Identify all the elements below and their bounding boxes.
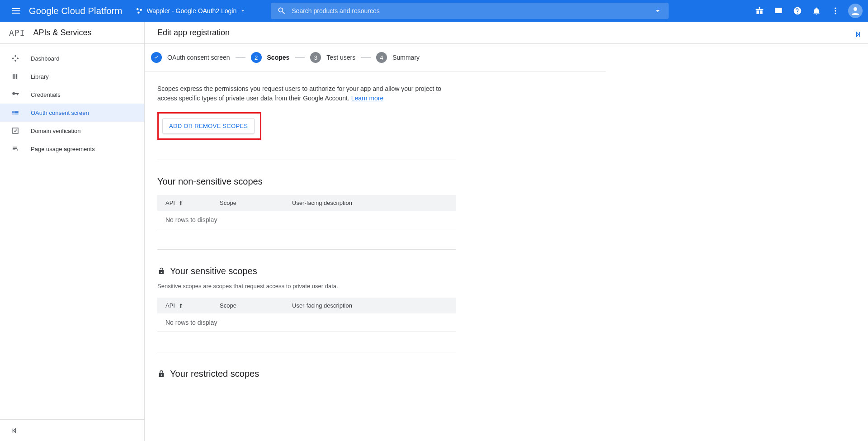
lock-open-icon bbox=[157, 267, 165, 275]
step-test-users[interactable]: 3 Test users bbox=[310, 52, 355, 63]
step-label: Test users bbox=[326, 54, 355, 61]
chevron-right-collapse-icon bbox=[853, 30, 862, 39]
sidebar-item-label: Library bbox=[31, 73, 49, 80]
step-label: OAuth consent screen bbox=[167, 54, 230, 61]
section-title: Your non-sensitive scopes bbox=[157, 176, 456, 187]
svg-point-4 bbox=[835, 10, 836, 11]
table-empty-row: No rows to display bbox=[157, 211, 456, 229]
project-name: Wappler - Google OAuth2 Login bbox=[147, 7, 237, 14]
info-drawer-toggle[interactable] bbox=[850, 27, 864, 43]
agreement-icon bbox=[11, 144, 20, 153]
gcp-logo[interactable]: Google Cloud Platform bbox=[29, 6, 123, 16]
cloud-shell-icon[interactable] bbox=[769, 2, 788, 20]
step-badge: 4 bbox=[376, 52, 387, 63]
library-icon bbox=[11, 72, 20, 81]
help-icon[interactable] bbox=[788, 2, 807, 20]
topbar-actions bbox=[750, 2, 863, 20]
col-desc[interactable]: User-facing description bbox=[292, 302, 448, 309]
check-icon bbox=[151, 52, 162, 63]
sidebar-collapse[interactable] bbox=[0, 419, 144, 441]
sidebar-item-domain-verification[interactable]: Domain verification bbox=[0, 122, 144, 140]
svg-point-6 bbox=[854, 7, 857, 11]
sidebar-item-label: Credentials bbox=[31, 91, 61, 98]
add-remove-scopes-button[interactable]: ADD OR REMOVE SCOPES bbox=[162, 118, 255, 134]
sidebar: API APIs & Services Dashboard Library Cr… bbox=[0, 22, 145, 441]
step-divider bbox=[295, 57, 305, 58]
chevron-left-icon bbox=[11, 427, 19, 435]
verified-icon bbox=[11, 126, 20, 135]
col-scope[interactable]: Scope bbox=[220, 199, 292, 206]
svg-point-0 bbox=[137, 8, 139, 10]
menu-icon[interactable] bbox=[5, 0, 27, 22]
consent-icon bbox=[11, 108, 20, 117]
search-box[interactable] bbox=[271, 3, 669, 19]
svg-point-3 bbox=[835, 8, 836, 9]
sidebar-item-label: OAuth consent screen bbox=[31, 109, 89, 116]
project-picker[interactable]: Wappler - Google OAuth2 Login bbox=[135, 0, 246, 22]
search-wrapper bbox=[271, 3, 669, 19]
step-divider bbox=[236, 57, 245, 58]
stepper: OAuth consent screen 2 Scopes 3 Test use… bbox=[145, 44, 606, 71]
sort-up-icon bbox=[178, 303, 184, 309]
sidebar-title: APIs & Services bbox=[33, 28, 92, 38]
step-label: Summary bbox=[392, 54, 420, 61]
notifications-icon[interactable] bbox=[807, 2, 826, 20]
sidebar-item-library[interactable]: Library bbox=[0, 67, 144, 85]
chevron-down-icon[interactable] bbox=[653, 6, 662, 15]
highlight-annotation: ADD OR REMOVE SCOPES bbox=[157, 112, 261, 140]
col-desc[interactable]: User-facing description bbox=[292, 199, 448, 206]
sidebar-item-oauth-consent[interactable]: OAuth consent screen bbox=[0, 104, 144, 122]
lock-icon bbox=[157, 370, 165, 378]
sidebar-item-label: Page usage agreements bbox=[31, 146, 95, 152]
gift-icon[interactable] bbox=[750, 2, 769, 20]
col-scope[interactable]: Scope bbox=[220, 302, 292, 309]
step-summary[interactable]: 4 Summary bbox=[376, 52, 420, 63]
search-icon bbox=[277, 6, 286, 15]
more-icon[interactable] bbox=[826, 2, 844, 20]
main-header: Edit app registration bbox=[145, 22, 868, 44]
chevron-down-icon bbox=[240, 8, 245, 14]
learn-more-link[interactable]: Learn more bbox=[351, 95, 384, 102]
table-empty-row: No rows to display bbox=[157, 313, 456, 332]
section-title: Your sensitive scopes bbox=[157, 266, 456, 276]
sidebar-item-label: Dashboard bbox=[31, 55, 60, 62]
step-badge: 2 bbox=[251, 52, 262, 63]
svg-point-2 bbox=[137, 12, 140, 14]
dashboard-icon bbox=[11, 54, 20, 63]
sidebar-item-page-usage[interactable]: Page usage agreements bbox=[0, 140, 144, 158]
sidebar-item-dashboard[interactable]: Dashboard bbox=[0, 49, 144, 67]
api-badge: API bbox=[9, 28, 25, 38]
account-avatar[interactable] bbox=[848, 4, 863, 18]
main-scroll[interactable]: OAuth consent screen 2 Scopes 3 Test use… bbox=[145, 44, 868, 441]
main-panel: Edit app registration OAuth consent scre… bbox=[145, 22, 868, 441]
sort-up-icon bbox=[178, 200, 184, 206]
step-divider bbox=[361, 57, 371, 58]
step-badge: 3 bbox=[310, 52, 321, 63]
page-title: Edit app registration bbox=[157, 28, 230, 38]
svg-point-5 bbox=[835, 13, 836, 14]
col-api[interactable]: API bbox=[165, 302, 220, 309]
step-label: Scopes bbox=[267, 54, 290, 61]
col-api[interactable]: API bbox=[165, 199, 220, 206]
non-sensitive-table: API Scope User-facing description No row… bbox=[157, 195, 456, 229]
key-icon bbox=[11, 90, 20, 99]
section-title: Your restricted scopes bbox=[157, 369, 456, 379]
sensitive-table: API Scope User-facing description No row… bbox=[157, 298, 456, 332]
search-input[interactable] bbox=[292, 7, 653, 14]
sidebar-item-credentials[interactable]: Credentials bbox=[0, 85, 144, 104]
step-scopes[interactable]: 2 Scopes bbox=[251, 52, 290, 63]
restricted-section: Your restricted scopes bbox=[157, 352, 456, 379]
scopes-intro: Scopes express the permissions you reque… bbox=[157, 84, 447, 103]
table-header: API Scope User-facing description bbox=[157, 298, 456, 313]
step-oauth-consent[interactable]: OAuth consent screen bbox=[151, 52, 230, 63]
table-header: API Scope User-facing description bbox=[157, 195, 456, 211]
section-subtext: Sensitive scopes are scopes that request… bbox=[157, 283, 456, 289]
sidebar-header: API APIs & Services bbox=[0, 22, 144, 44]
non-sensitive-section: Your non-sensitive scopes API Scope User… bbox=[157, 160, 456, 229]
sidebar-nav: Dashboard Library Credentials OAuth cons… bbox=[0, 44, 144, 419]
sensitive-section: Your sensitive scopes Sensitive scopes a… bbox=[157, 249, 456, 332]
top-app-bar: Google Cloud Platform Wappler - Google O… bbox=[0, 0, 868, 22]
svg-point-1 bbox=[140, 9, 142, 11]
sidebar-item-label: Domain verification bbox=[31, 128, 81, 134]
